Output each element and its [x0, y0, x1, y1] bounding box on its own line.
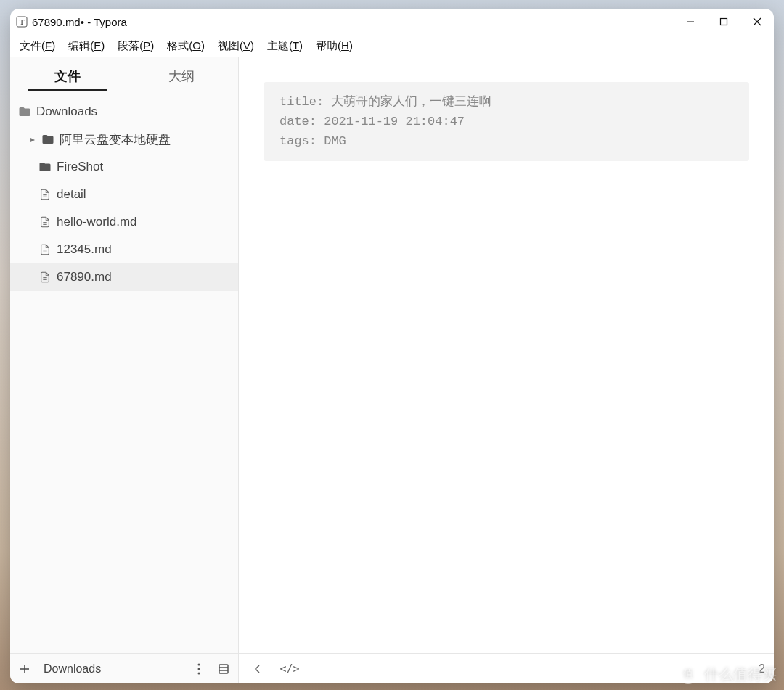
fm-title-key: title:	[279, 95, 324, 109]
sidebar: 文件 大纲 Downloads ▸ 阿里云盘变本地硬盘	[10, 57, 239, 683]
editor-footer: </> 2	[239, 653, 774, 683]
close-button[interactable]	[740, 9, 774, 35]
tree-folder[interactable]: FireShot	[10, 153, 238, 181]
workspace: 文件 大纲 Downloads ▸ 阿里云盘变本地硬盘	[10, 57, 774, 683]
folder-icon	[41, 133, 55, 146]
svg-point-16	[198, 663, 200, 665]
tree-file-selected[interactable]: 67890.md	[10, 263, 238, 291]
sidebar-tabs: 文件 大纲	[10, 57, 238, 95]
app-window: T 67890.md• - Typora 文件(F) 编辑(E) 段落(P) 格…	[10, 9, 774, 683]
menu-file[interactable]: 文件(F)	[13, 38, 62, 54]
tree-file[interactable]: detail	[10, 181, 238, 208]
tab-files[interactable]: 文件	[10, 57, 124, 95]
word-count[interactable]: 2	[759, 662, 765, 675]
source-mode-button[interactable]: </>	[279, 659, 300, 679]
menu-format[interactable]: 格式(O)	[160, 38, 211, 54]
svg-rect-19	[219, 665, 228, 673]
frontmatter-block[interactable]: title: 大萌哥的家人们，一键三连啊 date: 2021-11-19 21…	[264, 82, 749, 161]
fm-tags-key: tags:	[279, 134, 317, 148]
menu-edit[interactable]: 编辑(E)	[62, 38, 111, 54]
svg-text:T: T	[20, 17, 25, 26]
folder-icon	[17, 105, 32, 118]
file-tree: Downloads ▸ 阿里云盘变本地硬盘 FireShot	[10, 95, 238, 653]
tree-item-label: 阿里云盘变本地硬盘	[60, 131, 171, 148]
window-title: 67890.md• - Typora	[32, 16, 127, 28]
tree-item-label: hello-world.md	[57, 215, 137, 229]
folder-icon	[38, 160, 52, 173]
svg-point-18	[198, 672, 200, 674]
svg-point-17	[198, 668, 200, 670]
tab-outline[interactable]: 大纲	[124, 57, 238, 95]
tree-item-label: 67890.md	[57, 270, 112, 284]
file-icon	[38, 244, 52, 255]
file-icon	[38, 216, 52, 228]
menu-paragraph[interactable]: 段落(P)	[111, 38, 160, 54]
tree-item-label: FireShot	[57, 160, 103, 174]
back-button[interactable]	[248, 659, 268, 679]
list-view-button[interactable]	[213, 659, 234, 679]
file-icon	[38, 271, 52, 283]
sidebar-footer: Downloads	[10, 653, 238, 683]
fm-title-val: 大萌哥的家人们，一键三连啊	[331, 95, 491, 109]
tree-root-folder[interactable]: Downloads	[10, 98, 238, 126]
menu-theme[interactable]: 主题(T)	[261, 38, 309, 54]
tree-root-label: Downloads	[36, 104, 97, 119]
caret-right-icon: ▸	[30, 134, 39, 144]
titlebar: T 67890.md• - Typora	[10, 9, 774, 35]
fm-tags-val: DMG	[324, 134, 346, 148]
menu-view[interactable]: 视图(V)	[211, 38, 261, 54]
app-icon: T	[16, 16, 28, 28]
tree-item-label: detail	[57, 187, 86, 202]
maximize-button[interactable]	[707, 9, 740, 35]
tree-folder[interactable]: ▸ 阿里云盘变本地硬盘	[10, 126, 238, 153]
tree-item-label: 12345.md	[57, 242, 112, 257]
editor-canvas[interactable]: title: 大萌哥的家人们，一键三连啊 date: 2021-11-19 21…	[239, 57, 774, 653]
minimize-button[interactable]	[674, 9, 707, 35]
tree-file[interactable]: 12345.md	[10, 236, 238, 263]
svg-rect-3	[721, 19, 727, 25]
fm-date-key: date:	[279, 115, 317, 128]
menu-help[interactable]: 帮助(H)	[309, 38, 359, 54]
menubar: 文件(F) 编辑(E) 段落(P) 格式(O) 视图(V) 主题(T) 帮助(H…	[10, 35, 774, 57]
file-icon	[38, 189, 52, 200]
tree-file[interactable]: hello-world.md	[10, 208, 238, 236]
editor-pane: title: 大萌哥的家人们，一键三连啊 date: 2021-11-19 21…	[239, 57, 774, 683]
fm-date-val: 2021-11-19 21:04:47	[324, 115, 465, 128]
new-file-button[interactable]	[15, 659, 35, 679]
sidebar-footer-label: Downloads	[39, 662, 101, 675]
more-button[interactable]	[189, 659, 209, 679]
